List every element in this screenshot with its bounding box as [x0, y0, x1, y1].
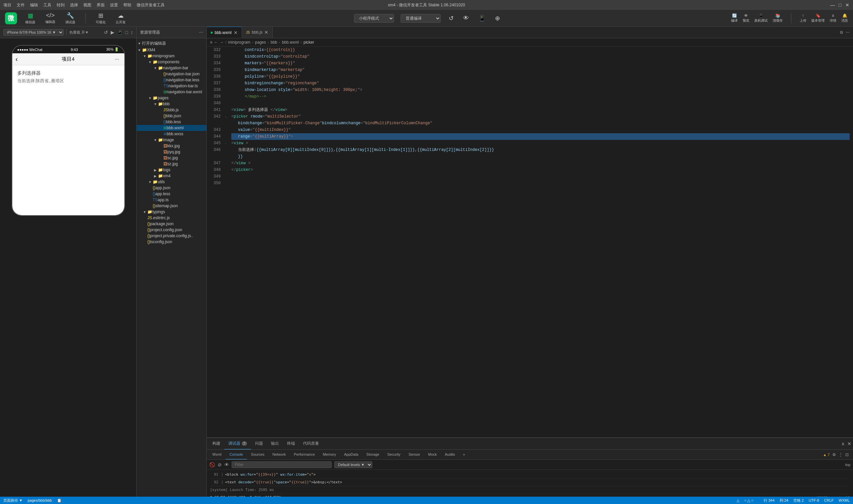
tree-package-json[interactable]: {} package.json — [137, 221, 206, 227]
inner-tab-memory[interactable]: Memory — [319, 450, 340, 460]
tree-app-less[interactable]: {} app.less — [137, 191, 206, 197]
tree-image[interactable]: ▼ 📁 image — [137, 137, 206, 143]
tree-logs[interactable]: ▶ 📁 logs — [137, 167, 206, 173]
tree-project-private-config[interactable]: {} project.private.config.js.. — [137, 233, 206, 239]
breadcrumb-pages[interactable]: pages — [255, 40, 266, 44]
real-device-button[interactable]: 📱 — [477, 13, 487, 23]
tree-bbb-wxss[interactable]: ≋ bbb.wxss — [137, 131, 206, 137]
tree-utils[interactable]: ▼ 📁 utils — [137, 179, 206, 185]
device-select[interactable]: iPhone 6/7/8 Plus 100% 16 ▼ — [3, 29, 64, 36]
message-btn[interactable]: 🔔 消息 — [841, 13, 848, 23]
mode-select[interactable]: 小程序模式 — [354, 14, 394, 23]
inner-tab-sensor[interactable]: Sensor — [404, 450, 424, 460]
sim-square-icon[interactable]: □ — [125, 30, 128, 35]
preview-eye-button[interactable]: 👁 — [462, 13, 470, 23]
code-area[interactable]: controls={{controls}} bindcontroltap="co… — [228, 47, 853, 437]
sim-expand-icon[interactable]: ↕ — [130, 30, 133, 35]
tree-miniprogram[interactable]: ▼ 📁 miniprogram — [137, 53, 206, 59]
sim-refresh-icon[interactable]: ↺ — [104, 30, 108, 35]
tree-bbb-wxml[interactable]: ⊞ bbb.wxml — [137, 125, 206, 131]
tree-bbb-less[interactable]: {} bbb.less — [137, 119, 206, 125]
js-tab-close[interactable]: ✕ — [264, 30, 268, 35]
visualize-button[interactable]: ⊞ 可视化 — [94, 12, 107, 25]
tree-section-open-editors[interactable]: ▼ 打开的编辑器 — [137, 40, 206, 47]
menu-item-help[interactable]: 帮助 — [123, 2, 131, 8]
menu-item-view[interactable]: 视图 — [83, 2, 91, 8]
wxml-tab-close[interactable]: ✕ — [234, 30, 238, 35]
devtools-tab-debugger[interactable]: 调试器 7 — [224, 438, 251, 450]
console-filter-icon[interactable]: ⊘ — [217, 462, 222, 467]
split-view-icon[interactable]: ⧉ — [840, 30, 843, 35]
real-debug-btn[interactable]: 📱 真机调试 — [754, 13, 768, 23]
inner-tab-console[interactable]: Console — [226, 450, 247, 460]
tree-sc-jpg[interactable]: 🖼 sc.jpg — [137, 155, 206, 161]
console-filter-input[interactable] — [232, 461, 332, 468]
tree-xm4-folder[interactable]: ▶ 📁 xm4 — [137, 173, 206, 179]
inner-tab-performance[interactable]: Performance — [290, 450, 319, 460]
clear-cache-btn[interactable]: 📚 清缓存 — [773, 13, 783, 23]
devtools-panel-up[interactable]: ∧ — [841, 441, 845, 446]
inner-tab-more[interactable]: » — [459, 450, 469, 460]
inner-menu-icon[interactable]: ⋮ — [839, 452, 843, 457]
devtools-panel-close[interactable]: ✕ — [847, 441, 851, 446]
status-path-label[interactable]: 页面路径 ▼ — [3, 498, 23, 503]
inner-tab-security[interactable]: Security — [383, 450, 405, 460]
tree-bbb-js[interactable]: JS bbb.js — [137, 107, 206, 113]
tree-pyq-jpg[interactable]: 🖼 pyq.jpg — [137, 149, 206, 155]
console-eye-icon[interactable]: 👁 — [224, 462, 229, 467]
tree-navigation-bar[interactable]: ▼ 📁 navigation-bar — [137, 65, 206, 71]
phone-nav-dots[interactable]: ··· — [115, 56, 119, 62]
inner-settings-icon[interactable]: ⚙ — [832, 452, 836, 457]
tab-bbb-js[interactable]: JS bbb.js ✕ — [242, 26, 273, 38]
preview-btn[interactable]: 👁 预览 — [743, 13, 749, 23]
tree-eslintrc[interactable]: JS .eslintrc.js — [137, 215, 206, 221]
tree-project-config-json[interactable]: {} project.config.json — [137, 227, 206, 233]
menu-item-edit[interactable]: 编辑 — [30, 2, 38, 8]
inner-tab-audits[interactable]: Audits — [441, 450, 459, 460]
tab-bbb-wxml[interactable]: bbb.wxml ✕ — [207, 26, 242, 38]
filetree-menu-icon[interactable]: ⋯ — [199, 30, 203, 35]
inner-tab-appdata[interactable]: AppData — [340, 450, 362, 460]
menu-item-settings[interactable]: 设置 — [110, 2, 118, 8]
tree-navigation-bar-ts[interactable]: TS navigation-bar.ts — [137, 83, 206, 89]
breadcrumb-back-icon[interactable]: ← — [214, 40, 218, 44]
tree-navigation-bar-json[interactable]: {} navigation-bar.json — [137, 71, 206, 77]
inner-tab-wxml[interactable]: Wxml — [208, 450, 226, 460]
tree-pages[interactable]: ▼ 📁 pages — [137, 95, 206, 101]
inner-fullscreen-icon[interactable]: ⊡ — [845, 452, 849, 457]
compile-btn[interactable]: 🔄 编译 — [731, 13, 738, 23]
editor-button[interactable]: </> 编辑器 — [43, 12, 57, 24]
tree-sz-jpg[interactable]: 🖼 sz.jpg — [137, 161, 206, 167]
breadcrumb-miniprogram[interactable]: miniprogram — [228, 40, 250, 44]
menu-item-wechat-devtools[interactable]: 微信开发者工具 — [137, 2, 165, 8]
breadcrumb-list-icon[interactable]: ≡ — [210, 40, 212, 44]
devtools-tab-terminal[interactable]: 终端 — [283, 438, 299, 450]
tree-components[interactable]: ▼ 📁 components — [137, 59, 206, 65]
hot-reload-toggle[interactable]: 热重载 开▼ — [69, 30, 89, 35]
sim-device-icon[interactable]: 📱 — [117, 30, 123, 35]
debugger-button[interactable]: 🔧 调试器 — [64, 12, 77, 25]
console-clear-icon[interactable]: 🚫 — [209, 462, 215, 467]
tree-navigation-bar-less[interactable]: {} navigation-bar.less — [137, 77, 206, 83]
status-copy-icon[interactable]: 📋 — [57, 498, 62, 503]
tree-bbb[interactable]: ▼ 📁 bbb — [137, 101, 206, 107]
menu-item-select[interactable]: 选择 — [70, 2, 78, 8]
sim-play-icon[interactable]: ▶ — [111, 30, 114, 35]
tree-navigation-bar-wxml[interactable]: ⊞ navigation-bar.wxml — [137, 89, 206, 95]
tree-app-json[interactable]: {} app.json — [137, 185, 206, 191]
breadcrumb-picker[interactable]: picker — [303, 40, 314, 44]
devtools-tab-issues[interactable]: 问题 — [251, 438, 267, 450]
cloud-button[interactable]: ☁ 云开发 — [114, 12, 127, 25]
tree-typings[interactable]: ▼ 📁 typings — [137, 209, 206, 215]
inner-tab-storage[interactable]: Storage — [362, 450, 383, 460]
minimize-button[interactable]: — — [830, 3, 835, 7]
phone-back-icon[interactable]: ‹ — [16, 55, 18, 63]
tree-sitemap-json[interactable]: {} sitemap.json — [137, 203, 206, 209]
console-location[interactable]: top — [845, 463, 850, 467]
menu-item-project[interactable]: 项目 — [3, 2, 11, 8]
layers-button[interactable]: ⊕ — [494, 13, 501, 23]
tree-bbb-json[interactable]: {} bbb.json — [137, 113, 206, 119]
detail-btn[interactable]: ≡ 详情 — [830, 13, 836, 23]
breadcrumb-forward-icon[interactable]: → — [220, 40, 224, 44]
tree-tsconfig-json[interactable]: {} tsconfig.json — [137, 239, 206, 245]
